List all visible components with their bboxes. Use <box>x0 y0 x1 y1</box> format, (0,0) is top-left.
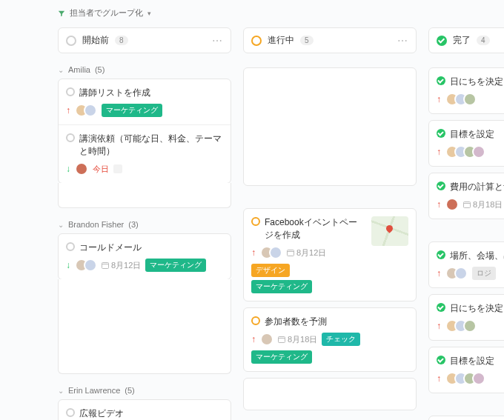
tag-marketing[interactable]: マーケティング <box>145 259 206 272</box>
status-todo-icon[interactable] <box>66 133 75 142</box>
tag-logistics[interactable]: ロジ <box>472 267 496 280</box>
task-card[interactable]: Facebookイベントページを作成 ↑ 8月12日 デザイン マーケティング <box>243 208 417 301</box>
task-title: 参加者数を予測 <box>265 316 327 328</box>
section-count: (5) <box>125 386 134 395</box>
task-card[interactable]: 場所、会場、出店 ↑ロジ <box>428 241 504 288</box>
column-count: 5 <box>300 36 314 45</box>
more-icon[interactable]: ⋯ <box>212 35 223 47</box>
column-header-done[interactable]: 完了 4 <box>428 27 504 53</box>
chevron-down-icon: ⌄ <box>58 66 64 74</box>
priority-up-icon: ↑ <box>251 247 256 258</box>
status-done-icon[interactable] <box>437 356 445 364</box>
assignees[interactable] <box>445 372 485 385</box>
task-card[interactable]: 講師リストを作成 ↑ マーケティング <box>59 79 231 124</box>
task-card[interactable]: 目標を設定 ↑ <box>428 347 504 393</box>
task-title: 日にちを決定 <box>450 76 503 88</box>
due-date[interactable]: 8月18日 <box>278 334 317 345</box>
assignees[interactable] <box>260 246 282 259</box>
status-done-icon <box>437 36 447 46</box>
task-card[interactable]: 日にちを決定 ↑ <box>428 67 504 114</box>
task-title: 場所、会場、出店 <box>450 250 504 262</box>
empty-drop-area[interactable] <box>243 378 417 410</box>
priority-up-icon: ↑ <box>437 199 441 210</box>
column-title: 進行中 <box>268 34 294 47</box>
svg-rect-8 <box>464 202 471 208</box>
status-done-icon[interactable] <box>437 76 445 85</box>
status-progress-icon[interactable] <box>251 316 260 325</box>
svg-rect-0 <box>102 263 109 269</box>
task-title: 目標を設定 <box>450 355 494 367</box>
task-card[interactable]: 広報ビデオ ↑ デザイン <box>59 400 231 420</box>
assignees[interactable] <box>445 93 477 106</box>
assignees[interactable] <box>75 104 97 117</box>
chevron-down-icon: ⌄ <box>58 221 64 229</box>
calendar-icon <box>287 249 294 256</box>
section-header-amilia[interactable]: ⌄ Amilia (5) <box>58 65 231 74</box>
chevron-down-icon: ⌄ <box>58 387 64 395</box>
empty-drop-area[interactable] <box>58 279 231 374</box>
status-done-icon[interactable] <box>437 129 445 138</box>
task-title: 講演依頼（可能な日、料金、テーマと時間） <box>79 133 223 158</box>
assignees[interactable] <box>260 333 273 346</box>
task-card[interactable]: 目標を設定 ↑ <box>428 120 504 167</box>
due-date[interactable]: 8月12日 <box>102 260 141 271</box>
column-count: 8 <box>115 36 128 45</box>
column-count: 4 <box>477 36 490 45</box>
status-done-icon[interactable] <box>437 181 445 190</box>
task-title: コールドメール <box>79 241 142 254</box>
status-done-icon[interactable] <box>437 303 445 312</box>
card-stack: コールドメール ↓ 8月12日 マーケティング <box>58 233 231 280</box>
due-date[interactable]: 8月18日 <box>463 199 503 210</box>
status-todo-icon[interactable] <box>66 242 75 251</box>
priority-down-icon: ↓ <box>66 260 70 270</box>
assignees[interactable] <box>445 267 468 280</box>
assignees[interactable] <box>75 162 88 176</box>
calendar-icon <box>102 261 109 269</box>
calendar-icon <box>463 201 471 208</box>
section-header-brandon[interactable]: ⌄ Brandon Fisher (3) <box>58 220 231 229</box>
due-date[interactable]: 今日 <box>93 164 109 175</box>
tag-marketing[interactable]: マーケティング <box>102 104 162 117</box>
section-header-erin[interactable]: ⌄ Erin Lawrence (5) <box>58 386 231 395</box>
priority-up-icon: ↑ <box>251 334 256 344</box>
calendar-icon <box>278 336 285 343</box>
assignees[interactable] <box>445 198 459 211</box>
tag-design[interactable]: デザイン <box>251 264 290 277</box>
group-by-label: 担当者でグループ化 <box>70 7 143 19</box>
task-card[interactable]: コールドメール ↓ 8月12日 マーケティング <box>59 234 231 279</box>
column-title: 開始前 <box>82 34 109 47</box>
chevron-down-icon: ▾ <box>147 10 151 17</box>
assignees[interactable] <box>445 145 485 159</box>
task-card[interactable]: 講演依頼（可能な日、料金、テーマと時間） ↓ 今日 <box>59 124 231 183</box>
group-by-selector[interactable]: 担当者でグループ化 ▾ <box>58 7 504 19</box>
status-progress-icon <box>251 36 262 46</box>
task-card[interactable]: 参加者数を予測 ↑ 8月18日 チェック マーケティング <box>243 307 417 372</box>
assignees[interactable] <box>75 259 97 272</box>
task-card[interactable]: 費用の計算と予算 ↑ 8月18日 <box>428 173 504 219</box>
priority-up-icon: ↑ <box>437 94 441 104</box>
due-date[interactable]: 8月12日 <box>287 247 326 259</box>
section-count: (5) <box>95 65 105 74</box>
column-title: 完了 <box>453 34 471 47</box>
empty-drop-area[interactable] <box>243 67 417 186</box>
tag-marketing[interactable]: マーケティング <box>251 350 312 364</box>
task-card[interactable]: 日にちを決定 ↑ <box>428 416 504 420</box>
status-todo-icon[interactable] <box>66 408 75 417</box>
column-header-todo[interactable]: 開始前 8 ⋯ <box>58 27 231 53</box>
status-done-icon[interactable] <box>437 250 445 259</box>
tag-placeholder-icon <box>113 164 122 173</box>
task-card[interactable]: 日にちを決定 ↑ <box>428 294 504 341</box>
task-title: 目標を設定 <box>450 128 494 141</box>
status-progress-icon[interactable] <box>251 217 260 226</box>
section-name: Brandon Fisher <box>68 220 124 229</box>
task-title: 日にちを決定 <box>450 302 503 315</box>
column-header-progress[interactable]: 進行中 5 ⋯ <box>243 27 417 53</box>
more-icon[interactable]: ⋯ <box>397 35 408 47</box>
empty-drop-area[interactable] <box>58 183 231 208</box>
assignees[interactable] <box>445 319 477 333</box>
status-todo-icon[interactable] <box>66 87 75 96</box>
tag-check[interactable]: チェック <box>322 333 360 346</box>
tag-marketing[interactable]: マーケティング <box>251 280 312 293</box>
section-count: (3) <box>128 220 138 229</box>
map-thumbnail[interactable] <box>371 216 408 246</box>
